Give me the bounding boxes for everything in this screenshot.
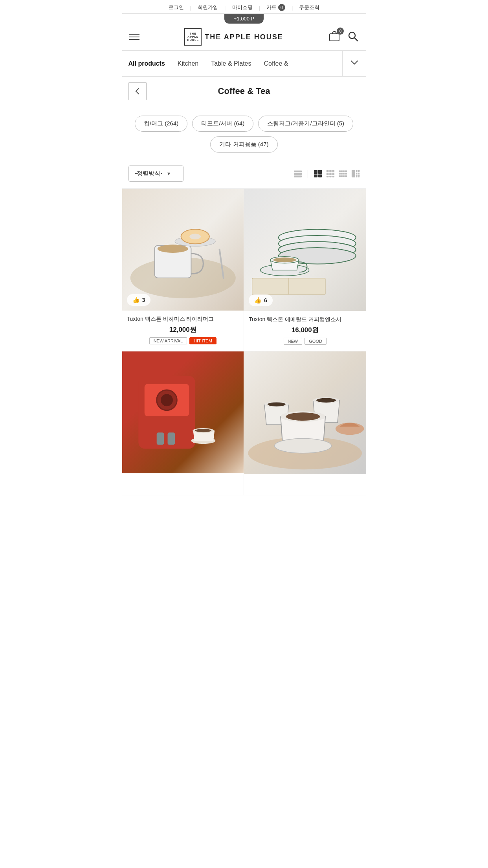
- product-tags: NEW GOOD: [249, 338, 361, 345]
- svg-rect-3: [294, 170, 301, 172]
- view-controls: [294, 169, 360, 178]
- sort-label: -정렬방식-: [135, 170, 163, 177]
- product-tags: NEW ARRIVAL HIT ITEM: [127, 337, 239, 344]
- svg-rect-17: [329, 176, 332, 177]
- back-button[interactable]: [128, 82, 147, 100]
- svg-rect-5: [294, 175, 301, 177]
- product-card[interactable]: 👍 6 Tuxton 텍스톤 에메랄드 커피컵앤소서 16,000원 NEW G…: [244, 189, 366, 351]
- svg-rect-7: [318, 170, 321, 173]
- points-notification: +1,000 P: [224, 14, 264, 24]
- view-list-button[interactable]: [294, 169, 302, 178]
- grid4-view-icon: [339, 169, 347, 178]
- product-card[interactable]: [122, 351, 244, 495]
- svg-rect-35: [358, 170, 360, 172]
- header: THE APPLE HOUSE THE APPLE HOUSE 0: [122, 24, 366, 51]
- filter-tag-teapot[interactable]: 티포트/서버 (64): [192, 116, 253, 132]
- view-grid3-button[interactable]: [326, 169, 335, 178]
- header-actions: 0: [328, 30, 359, 44]
- svg-rect-24: [341, 173, 342, 174]
- view-grid2-button[interactable]: [314, 169, 322, 178]
- svg-point-43: [189, 234, 201, 239]
- signup-link[interactable]: 회원가입: [191, 4, 224, 11]
- filter-tag-steam[interactable]: 스팀저그/거품기/그라인더 (5): [258, 116, 353, 132]
- svg-rect-0: [330, 34, 339, 41]
- svg-rect-19: [339, 170, 340, 172]
- category-nav-coffee[interactable]: Coffee &: [258, 53, 295, 74]
- product-info: Tuxton 텍스톤 에메랄드 커피컵앤소서 16,000원 NEW GOOD: [244, 311, 366, 351]
- view-grid4-button[interactable]: [339, 169, 347, 178]
- grid2-view-icon: [314, 169, 322, 178]
- svg-rect-33: [356, 173, 357, 175]
- logo[interactable]: THE APPLE HOUSE THE APPLE HOUSE: [184, 28, 283, 46]
- chevron-down-icon: [350, 58, 359, 67]
- filter-tag-cups[interactable]: 컵/머그 (264): [135, 116, 187, 132]
- svg-rect-14: [329, 173, 332, 175]
- svg-rect-12: [332, 170, 334, 172]
- product-info: Tuxton 텍스톤 바하마스 티아라머그 12,000원 NEW ARRIVA…: [122, 311, 244, 351]
- like-badge: 👍 6: [249, 294, 273, 306]
- like-count: 3: [142, 297, 145, 303]
- category-nav: All products Kitchen Table & Plates Coff…: [122, 51, 366, 77]
- cart-link[interactable]: 카트 0: [260, 4, 292, 11]
- thumbs-up-icon: 👍: [254, 297, 262, 304]
- svg-rect-21: [343, 170, 345, 172]
- header-cart-count: 0: [337, 28, 344, 35]
- svg-line-2: [354, 38, 358, 41]
- svg-rect-58: [156, 432, 164, 445]
- category-nav-items: All products Kitchen Table & Plates Coff…: [122, 53, 342, 74]
- svg-rect-25: [343, 173, 345, 174]
- product-card[interactable]: 👍 3 Tuxton 텍스톤 바하마스 티아라머그 12,000원 NEW AR…: [122, 189, 244, 351]
- svg-rect-20: [341, 170, 342, 172]
- product-price: 16,000원: [249, 326, 361, 335]
- category-nav-all-products[interactable]: All products: [122, 53, 171, 74]
- product-name: [249, 478, 361, 486]
- search-button[interactable]: [347, 30, 359, 44]
- product-name: Tuxton 텍스톤 바하마스 티아라머그: [127, 315, 239, 323]
- svg-rect-11: [329, 170, 332, 172]
- product-image: 👍 3: [122, 189, 244, 311]
- svg-point-62: [195, 429, 211, 432]
- svg-rect-37: [358, 175, 360, 177]
- cart-button[interactable]: 0: [328, 30, 341, 44]
- svg-point-40: [157, 245, 188, 253]
- category-nav-more[interactable]: [342, 51, 366, 76]
- view-split-button[interactable]: [351, 169, 360, 178]
- svg-point-51: [273, 257, 296, 262]
- svg-rect-16: [326, 176, 328, 177]
- top-bar: 로그인 | 회원가입 | 마이쇼핑 | 카트 0 | 주문조회: [122, 0, 366, 14]
- tag-hit-item: HIT ITEM: [189, 337, 216, 344]
- order-inquiry-link[interactable]: 주문조회: [293, 4, 326, 11]
- search-icon: [347, 30, 359, 42]
- product-image: [244, 351, 366, 474]
- svg-point-67: [316, 398, 336, 403]
- filter-tag-other[interactable]: 기타 커피용품 (47): [210, 136, 277, 153]
- login-link[interactable]: 로그인: [162, 4, 190, 11]
- category-nav-table-plates[interactable]: Table & Plates: [205, 53, 257, 74]
- cart-count-badge: 0: [278, 4, 285, 11]
- product-info: [122, 473, 244, 495]
- product-image: 👍 6: [244, 189, 366, 311]
- product-name: Tuxton 텍스톤 에메랄드 커피컵앤소서: [249, 316, 361, 324]
- product-price: 12,000원: [127, 325, 239, 334]
- hamburger-menu[interactable]: [129, 34, 139, 40]
- split-view-icon: [351, 169, 360, 178]
- svg-rect-18: [332, 176, 334, 177]
- thumbs-up-icon: 👍: [132, 296, 140, 303]
- sort-arrow-icon: ▼: [167, 171, 171, 177]
- svg-rect-8: [314, 174, 317, 177]
- sort-select[interactable]: -정렬방식- ▼: [128, 166, 183, 182]
- tag-new: NEW: [284, 338, 303, 345]
- myshopping-link[interactable]: 마이쇼핑: [226, 4, 259, 11]
- svg-rect-31: [351, 170, 355, 177]
- like-count: 6: [264, 297, 267, 303]
- product-grid: 👍 3 Tuxton 텍스톤 바하마스 티아라머그 12,000원 NEW AR…: [122, 188, 366, 495]
- tag-good: GOOD: [305, 338, 327, 345]
- category-nav-kitchen[interactable]: Kitchen: [171, 53, 205, 74]
- svg-rect-26: [345, 173, 347, 174]
- product-card[interactable]: [244, 351, 366, 495]
- svg-rect-28: [341, 175, 342, 177]
- filter-section: 컵/머그 (264) 티포트/서버 (64) 스팀저그/거품기/그라인더 (5)…: [122, 106, 366, 159]
- product-info: [244, 474, 366, 495]
- svg-rect-29: [343, 175, 345, 177]
- svg-point-69: [286, 412, 320, 421]
